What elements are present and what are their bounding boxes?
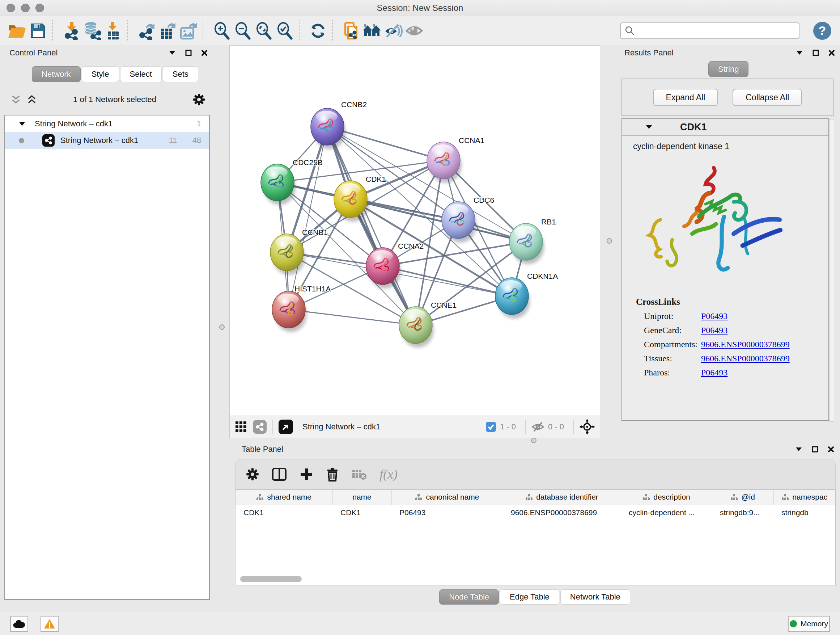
cell-id[interactable]: stringdb:9...	[712, 505, 774, 521]
panel-close-icon[interactable]	[828, 446, 834, 453]
column-header-id[interactable]: @id	[712, 490, 774, 505]
column-header-database-identifier[interactable]: database identifier	[503, 490, 621, 505]
horizontal-scrollbar[interactable]	[240, 576, 302, 582]
tab-string-results[interactable]: String	[708, 61, 748, 77]
network-node-CCNB1[interactable]	[270, 234, 305, 275]
cell-database-identifier[interactable]: 9606.ENSP00000378699	[503, 505, 621, 521]
gene-collapse-icon[interactable]	[645, 125, 653, 130]
crosslink-link[interactable]: P06493	[701, 311, 728, 321]
network-node-CCNB2[interactable]	[311, 108, 346, 149]
clone-network-button[interactable]	[341, 20, 362, 42]
panel-menu-icon[interactable]	[169, 50, 176, 55]
node-table[interactable]: shared name name canonical name database…	[235, 489, 836, 585]
panel-close-icon[interactable]	[201, 50, 208, 56]
network-node-CDK1[interactable]	[334, 181, 369, 222]
panel-close-icon[interactable]	[829, 50, 835, 56]
network-canvas[interactable]: CCNB2CCNA1CDC25BCDK1CDC6RB1CCNB1CCNA2CDK…	[230, 46, 600, 416]
cell-namespace[interactable]: stringdb	[774, 505, 835, 521]
column-header-canonical-name[interactable]: canonical name	[392, 490, 503, 505]
tab-style[interactable]: Style	[82, 66, 119, 82]
zoom-fit-button[interactable]	[253, 20, 274, 42]
panel-float-icon[interactable]	[185, 50, 192, 56]
birdseye-navigator-icon[interactable]	[579, 419, 595, 434]
refresh-view-button[interactable]	[308, 20, 328, 42]
import-network-from-file-button[interactable]	[61, 20, 82, 42]
table-tabs: Node Table Edge Table Network Table	[229, 589, 840, 605]
table-settings-gear-icon[interactable]	[246, 467, 259, 481]
cell-description[interactable]: cyclin-dependent ...	[621, 505, 712, 521]
column-header-shared-name[interactable]: shared name	[235, 490, 332, 505]
open-session-button[interactable]	[6, 20, 27, 42]
tab-edge-table[interactable]: Edge Table	[500, 589, 559, 605]
export-network-button[interactable]	[136, 20, 157, 42]
network-node-CCNA2[interactable]	[366, 248, 401, 288]
selected-checkbox-icon[interactable]	[485, 421, 496, 432]
tree-expand-icon[interactable]	[19, 122, 25, 126]
tab-network-table[interactable]: Network Table	[561, 589, 630, 605]
collapse-all-button[interactable]: Collapse All	[733, 89, 802, 106]
delete-column-trash-icon[interactable]	[326, 467, 339, 481]
tab-select[interactable]: Select	[120, 66, 162, 82]
network-node-HIST1H1A[interactable]	[272, 291, 307, 332]
change-views-button[interactable]	[362, 20, 383, 42]
export-table-button[interactable]	[157, 20, 178, 42]
panel-menu-icon[interactable]	[796, 50, 803, 55]
search-box[interactable]	[620, 22, 799, 39]
save-session-button[interactable]	[27, 20, 49, 42]
panel-float-icon[interactable]	[812, 446, 818, 453]
network-node-RB1[interactable]	[509, 223, 544, 264]
tab-node-table[interactable]: Node Table	[439, 589, 499, 605]
import-table-from-file-button[interactable]	[103, 20, 124, 42]
table-row[interactable]: CDK1 CDK1 P06493 9606.ENSP00000378699 cy…	[235, 505, 835, 521]
expand-all-networks-icon[interactable]	[27, 94, 37, 105]
network-node-CDC25B[interactable]	[261, 164, 295, 205]
panel-float-icon[interactable]	[813, 50, 819, 56]
results-scrollbar[interactable]	[829, 119, 834, 422]
add-column-icon[interactable]	[299, 467, 314, 481]
bottom-splitter-handle[interactable]	[531, 438, 537, 443]
crosslink-link[interactable]: P06493	[701, 368, 728, 378]
help-button[interactable]: ?	[813, 22, 831, 40]
zoom-in-button[interactable]	[211, 20, 232, 42]
zoom-out-button[interactable]	[232, 20, 253, 42]
cell-name[interactable]: CDK1	[332, 505, 392, 521]
zoom-selected-button[interactable]	[274, 20, 295, 42]
toolbar-separator	[332, 20, 337, 41]
export-image-button[interactable]	[178, 20, 199, 42]
left-splitter-handle[interactable]	[219, 325, 225, 330]
network-row[interactable]: String Network – cdk1 11 48	[5, 132, 209, 149]
search-input[interactable]	[635, 26, 795, 36]
network-collection-row[interactable]: String Network – cdk1 1	[5, 116, 209, 132]
crosslink-link[interactable]: 9606.ENSP00000378699	[701, 354, 790, 363]
crosslink-link[interactable]: P06493	[701, 325, 728, 335]
cell-canonical-name[interactable]: P06493	[392, 505, 503, 521]
cell-shared-name[interactable]: CDK1	[235, 505, 332, 521]
column-header-name[interactable]: name	[332, 490, 392, 505]
show-graphics-details-button[interactable]	[404, 20, 425, 42]
cloud-status-button[interactable]	[10, 616, 28, 632]
memory-button[interactable]: Memory	[788, 616, 830, 632]
network-options-gear-icon[interactable]	[193, 93, 205, 106]
detach-view-icon[interactable]	[279, 420, 293, 434]
string-view-badge-icon[interactable]	[253, 420, 267, 434]
grid-view-icon[interactable]	[235, 421, 247, 433]
expand-all-button[interactable]: Expand All	[653, 89, 718, 106]
tab-sets[interactable]: Sets	[163, 66, 198, 82]
warnings-button[interactable]	[41, 616, 58, 632]
crosslink-link[interactable]: 9606.ENSP00000378699	[701, 340, 790, 349]
network-node-CCNA1[interactable]	[427, 142, 462, 183]
panel-menu-icon[interactable]	[795, 447, 802, 452]
tab-network[interactable]: Network	[32, 66, 81, 82]
show-columns-icon[interactable]	[272, 467, 287, 481]
collapse-all-networks-icon[interactable]	[11, 94, 21, 105]
column-header-description[interactable]: description	[621, 490, 712, 505]
network-edges	[278, 127, 526, 325]
network-node-CCNE1[interactable]	[399, 307, 434, 348]
table-header-row[interactable]: shared name name canonical name database…	[235, 490, 835, 505]
import-network-from-database-button[interactable]	[82, 20, 103, 42]
selected-node-edge-counts: 1 - 0	[500, 422, 516, 432]
column-header-namespace[interactable]: namespac	[774, 490, 835, 505]
network-node-CDKN1A[interactable]	[495, 278, 530, 318]
right-splitter-handle[interactable]	[607, 238, 612, 244]
hide-selected-button[interactable]	[383, 20, 404, 42]
